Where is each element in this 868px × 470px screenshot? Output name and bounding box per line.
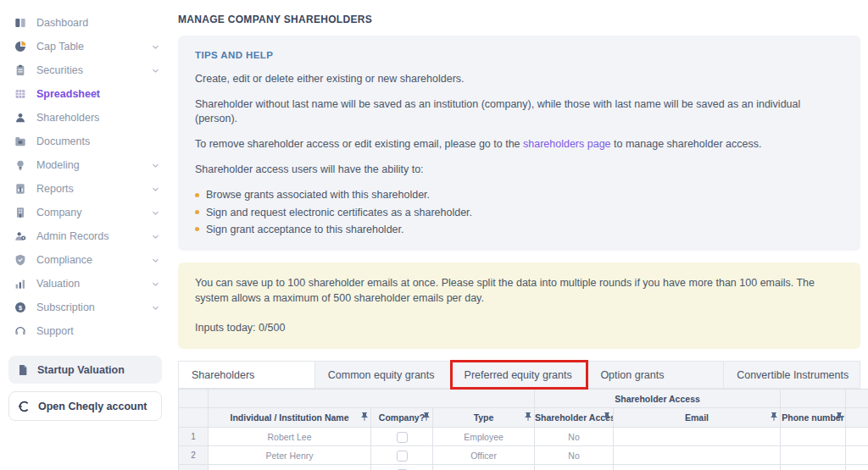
email-cell[interactable] — [614, 465, 781, 470]
type-cell[interactable]: Officer — [433, 446, 535, 465]
email-cell[interactable] — [614, 428, 781, 446]
bullet-dot-icon — [195, 193, 199, 197]
name-cell[interactable]: Steve Mark — [209, 465, 371, 470]
svg-text:$: $ — [19, 304, 22, 312]
type-cell[interactable]: Investor — [433, 465, 535, 470]
tab-bar: ShareholdersCommon equity grantsPreferre… — [178, 361, 860, 389]
col-header-label: Email — [685, 412, 709, 423]
sidebar-item-valuation[interactable]: Valuation — [8, 272, 174, 296]
group-header-spacer — [209, 390, 535, 408]
col-header-shareholder-access[interactable]: Shareholder Access — [535, 408, 614, 428]
sidebar-item-documents[interactable]: Documents — [8, 130, 174, 153]
reports-icon — [14, 182, 27, 196]
sidebar-item-admin-records[interactable]: Admin Records — [8, 224, 174, 248]
email-cell[interactable] — [614, 446, 781, 465]
phone-cell[interactable] — [781, 428, 846, 446]
col-header-label: Type — [474, 412, 494, 423]
tips-panel: TIPS AND HELP Create, edit or delete eit… — [178, 36, 860, 251]
tab-common-equity-grants[interactable]: Common equity grants — [314, 361, 452, 389]
phone-cell[interactable] — [781, 465, 846, 470]
name-cell[interactable]: Peter Henry — [209, 446, 371, 465]
shareholder-access-cell[interactable]: No — [535, 428, 614, 446]
shareholder-access-cell[interactable]: No — [535, 465, 614, 470]
col-header-phone-number[interactable]: Phone number — [781, 408, 846, 428]
sidebar-item-securities[interactable]: Securities — [8, 58, 174, 82]
pin-icon[interactable] — [359, 412, 370, 422]
sidebar-item-reports[interactable]: Reports — [8, 177, 174, 201]
pin-icon[interactable] — [602, 412, 612, 422]
sidebar-item-spreadsheet[interactable]: Spreadsheet — [8, 82, 174, 106]
sidebar-item-label: Support — [36, 325, 74, 337]
sidebar-item-label: Valuation — [36, 278, 80, 290]
col-header-email[interactable]: Email — [614, 408, 781, 428]
sidebar-item-dashboard[interactable]: Dashboard — [8, 11, 174, 35]
group-header-spacer — [781, 390, 846, 408]
sidebar-item-label: Reports — [36, 183, 74, 195]
chevron-down-icon — [151, 66, 160, 75]
company-checkbox[interactable] — [397, 451, 408, 462]
admin-records-icon — [14, 229, 27, 243]
chevron-down-icon — [151, 185, 160, 194]
tab-label: Preferred equity grants — [465, 369, 572, 381]
shareholder-access-cell[interactable]: No — [535, 446, 614, 465]
notice-panel: You can save up to 100 shareholder email… — [178, 263, 860, 349]
main-content: MANAGE COMPANY SHAREHOLDERS TIPS AND HEL… — [174, 0, 868, 470]
sidebar-item-company[interactable]: Company — [8, 201, 174, 224]
name-cell[interactable]: Robert Lee — [209, 428, 371, 446]
pin-icon[interactable] — [834, 412, 844, 422]
sidebar-item-open-cheqly[interactable]: Open Cheqly account — [8, 391, 162, 421]
sidebar-item-modeling[interactable]: Modeling — [8, 153, 174, 177]
pin-icon[interactable] — [769, 412, 779, 422]
chevron-down-icon — [151, 208, 160, 218]
shareholders-table: Shareholder AccessIndividual / Instituti… — [178, 389, 868, 470]
sidebar: DashboardCap TableSecuritiesSpreadsheetS… — [0, 0, 174, 470]
chevron-down-icon — [151, 42, 160, 52]
modeling-icon — [14, 158, 27, 172]
tab-label: Convertible Instruments — [737, 369, 849, 381]
sidebar-item-label: Compliance — [36, 254, 92, 266]
chevron-down-icon — [151, 161, 160, 170]
type-cell[interactable]: Employee — [433, 428, 535, 446]
sidebar-item-label: Open Cheqly account — [38, 401, 147, 412]
sidebar-item-support[interactable]: Support — [8, 319, 174, 343]
col-header-type[interactable]: Type — [433, 408, 535, 428]
tips-line-3-pre: To remove shareholder access or edit exi… — [195, 138, 523, 150]
securities-icon — [14, 64, 27, 77]
tab-label: Option grants — [600, 369, 664, 381]
group-header-shareholder-access: Shareholder Access — [535, 390, 781, 408]
col-header-name[interactable]: Individual / Institution Name — [209, 408, 371, 428]
sidebar-item-cap-table[interactable]: Cap Table — [8, 35, 174, 58]
bullet-dot-icon — [195, 210, 199, 214]
tab-preferred-equity-grants[interactable]: Preferred equity grants — [451, 361, 588, 389]
shareholders-page-link[interactable]: shareholders page — [523, 138, 611, 150]
pin-icon[interactable] — [523, 412, 533, 422]
pin-icon[interactable] — [421, 412, 431, 422]
chevron-down-icon — [151, 279, 160, 289]
group-header-spacer — [179, 390, 209, 408]
spreadsheet-icon — [14, 87, 27, 101]
chevron-down-icon — [151, 256, 160, 265]
col-header-label: Company? — [379, 412, 425, 423]
col-header-row-number — [179, 408, 209, 428]
table-row: 3Steve MarkInvestorNo — [179, 465, 868, 470]
group-header-spacer — [846, 390, 868, 408]
notice-text: You can save up to 100 shareholder email… — [195, 275, 843, 306]
chevron-down-icon — [151, 303, 160, 312]
company-checkbox[interactable] — [397, 432, 408, 443]
table-group-header-row: Shareholder Access — [179, 390, 868, 408]
tips-bullet-text: Browse grants associated with this share… — [206, 188, 430, 202]
col-header-extra — [846, 408, 868, 428]
sidebar-item-compliance[interactable]: Compliance — [8, 248, 174, 272]
tab-convertible-instruments[interactable]: Convertible Instruments — [723, 361, 860, 389]
phone-cell[interactable] — [781, 446, 846, 465]
sidebar-item-label: Company — [36, 207, 82, 218]
sidebar-item-label: Documents — [36, 135, 90, 147]
sidebar-item-subscription[interactable]: $Subscription — [8, 296, 174, 319]
extra-cell — [846, 446, 868, 465]
sidebar-item-shareholders[interactable]: Shareholders — [8, 106, 174, 130]
col-header-company[interactable]: Company? — [371, 408, 433, 428]
tab-shareholders[interactable]: Shareholders — [178, 361, 315, 389]
tab-option-grants[interactable]: Option grants — [587, 361, 724, 389]
tips-bullet-text: Sign and request electronic certificates… — [206, 206, 472, 219]
sidebar-item-startup-valuation[interactable]: Startup Valuation — [8, 356, 162, 384]
